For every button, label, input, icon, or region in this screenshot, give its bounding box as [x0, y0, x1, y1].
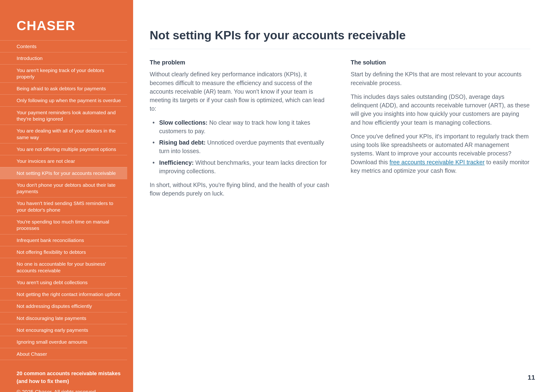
- sidebar-item[interactable]: Infrequent bank reconciliations: [0, 234, 127, 246]
- list-item: Slow collections: No clear way to track …: [159, 118, 329, 136]
- main-content: Not setting KPIs for your accounts recei…: [133, 0, 554, 392]
- sidebar-item[interactable]: Being afraid to ask debtors for payments: [0, 83, 127, 94]
- sidebar-item[interactable]: No one is accountable for your business'…: [0, 258, 127, 276]
- sidebar-item[interactable]: You are dealing with all of your debtors…: [0, 125, 127, 143]
- logo: CHASER: [0, 18, 133, 40]
- solution-heading: The solution: [351, 58, 531, 67]
- sidebar-item[interactable]: You are not offering multiple payment op…: [0, 143, 127, 155]
- sidebar-item[interactable]: Not getting the right contact informatio…: [0, 288, 127, 300]
- sidebar-item[interactable]: Contents: [0, 40, 127, 52]
- sidebar: CHASER ContentsIntroductionYou aren't ke…: [0, 0, 133, 392]
- doc-title: 20 common accounts receivable mistakes (…: [17, 370, 124, 385]
- solution-p1: Start by defining the KPIs that are most…: [351, 70, 531, 87]
- solution-p3: Once you've defined your KPIs, it's impo…: [351, 132, 531, 175]
- sidebar-item[interactable]: Not setting KPIs for your accounts recei…: [0, 167, 127, 179]
- problem-heading: The problem: [150, 58, 329, 67]
- sidebar-item[interactable]: Ignoring small overdue amounts: [0, 336, 127, 348]
- list-item: Inefficiency: Without benchmarks, your t…: [159, 158, 329, 176]
- sidebar-item[interactable]: Not offering flexibility to debtors: [0, 246, 127, 258]
- sidebar-item[interactable]: You don't phone your debtors about their…: [0, 179, 127, 197]
- sidebar-item[interactable]: Your payment reminders look automated an…: [0, 106, 127, 125]
- bullet-bold: Rising bad debt:: [159, 139, 206, 146]
- bullet-bold: Slow collections:: [159, 119, 208, 126]
- sidebar-item[interactable]: You haven't tried sending SMS reminders …: [0, 197, 127, 216]
- sidebar-item[interactable]: Your invoices are not clear: [0, 155, 127, 167]
- sidebar-item[interactable]: About Chaser: [0, 348, 127, 360]
- problem-column: The problem Without clearly defined key …: [150, 58, 329, 203]
- problem-bullets: Slow collections: No clear way to track …: [150, 118, 329, 176]
- solution-column: The solution Start by defining the KPIs …: [351, 58, 531, 203]
- sidebar-item[interactable]: You're spending too much time on manual …: [0, 216, 127, 234]
- bullet-bold: Inefficiency:: [159, 159, 194, 166]
- kpi-tracker-link[interactable]: free accounts receivable KPI tracker: [389, 159, 485, 165]
- sidebar-item[interactable]: You aren't using debt collections: [0, 276, 127, 288]
- list-item: Rising bad debt: Unnoticed overdue payme…: [159, 138, 329, 155]
- sidebar-item[interactable]: Not discouraging late payments: [0, 312, 127, 324]
- copyright: © 2025 Chaser. All rights reserved.: [17, 388, 124, 392]
- page-number: 11: [528, 374, 535, 381]
- sidebar-item[interactable]: Not encouraging early payments: [0, 324, 127, 336]
- solution-p2: This includes days sales outstanding (DS…: [351, 92, 531, 127]
- problem-closing: In short, without KPIs, you're flying bl…: [150, 181, 329, 198]
- page-title: Not setting KPIs for your accounts recei…: [150, 28, 530, 49]
- sidebar-item[interactable]: You aren't keeping track of your debtors…: [0, 64, 127, 83]
- content-columns: The problem Without clearly defined key …: [150, 58, 530, 203]
- sidebar-item[interactable]: Introduction: [0, 52, 127, 64]
- toc-nav: ContentsIntroductionYou aren't keeping t…: [0, 40, 133, 360]
- problem-intro: Without clearly defined key performance …: [150, 70, 329, 113]
- sidebar-item[interactable]: Only following up when the payment is ov…: [0, 94, 127, 106]
- sidebar-footer: 20 common accounts receivable mistakes (…: [0, 360, 133, 392]
- sidebar-item[interactable]: Not addressing disputes efficiently: [0, 300, 127, 312]
